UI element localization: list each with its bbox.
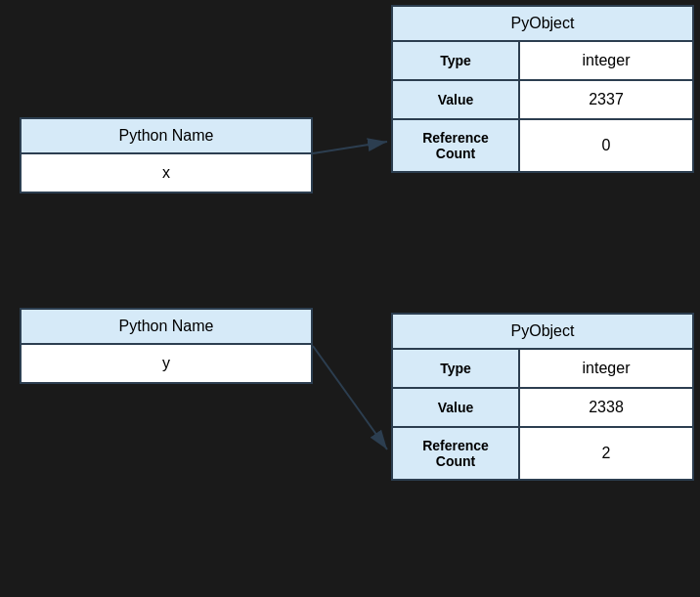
arrow-x-line <box>313 142 387 153</box>
python-name-y-box: Python Name y <box>20 308 313 384</box>
pyobject-2-refcount-label: Reference Count <box>393 428 520 479</box>
python-name-x-header: Python Name <box>22 119 311 154</box>
python-name-x-value: x <box>22 154 311 192</box>
pyobject-1-value-label: Value <box>393 81 520 118</box>
pyobject-1-type-value: integer <box>520 42 692 79</box>
pyobject-1-refcount-row: Reference Count 0 <box>393 120 692 171</box>
python-name-y-value: y <box>22 345 311 382</box>
pyobject-2-header: PyObject <box>393 315 692 350</box>
pyobject-1-value-row: Value 2337 <box>393 81 692 120</box>
pyobject-2-value-val: 2338 <box>520 389 692 426</box>
pyobject-1-value-val: 2337 <box>520 81 692 118</box>
pyobject-1-refcount-value: 0 <box>520 120 692 171</box>
pyobject-1-type-row: Type integer <box>393 42 692 81</box>
python-name-y-header: Python Name <box>22 310 311 345</box>
pyobject-2-type-value: integer <box>520 350 692 387</box>
pyobject-2-type-label: Type <box>393 350 520 387</box>
pyobject-2-type-row: Type integer <box>393 350 692 389</box>
arrow-y-line <box>313 346 387 449</box>
python-name-x-box: Python Name x <box>20 117 313 193</box>
pyobject-1-header: PyObject <box>393 7 692 42</box>
pyobject-2-refcount-value: 2 <box>520 428 692 479</box>
pyobject-2-box: PyObject Type integer Value 2338 Referen… <box>391 313 694 481</box>
pyobject-1-box: PyObject Type integer Value 2337 Referen… <box>391 5 694 173</box>
pyobject-2-value-row: Value 2338 <box>393 389 692 428</box>
diagram-container: Python Name x Python Name y PyObject Typ… <box>0 0 700 597</box>
pyobject-2-value-label: Value <box>393 389 520 426</box>
pyobject-1-type-label: Type <box>393 42 520 79</box>
pyobject-1-refcount-label: Reference Count <box>393 120 520 171</box>
pyobject-2-refcount-row: Reference Count 2 <box>393 428 692 479</box>
